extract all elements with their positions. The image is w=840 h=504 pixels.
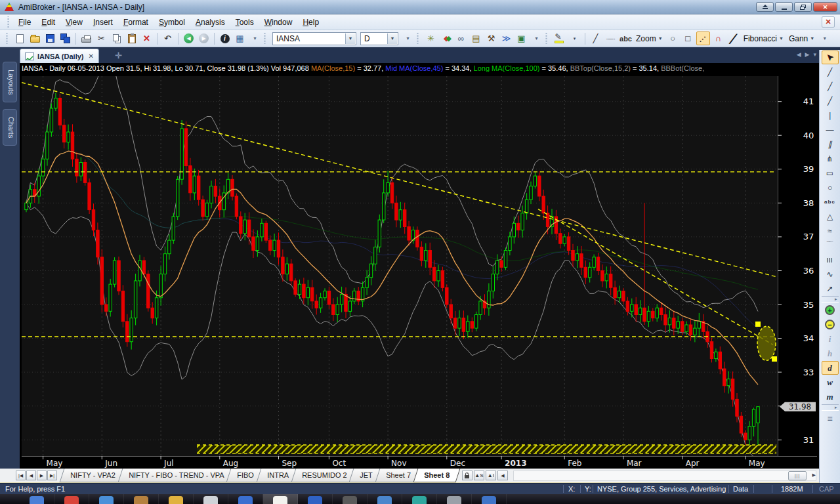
taskbar-app-3[interactable] (124, 494, 159, 504)
sidebar-tab-layouts[interactable]: Layouts (3, 62, 17, 102)
chart-canvas[interactable]: 414039383736353433323131.98MayJunJulAugS… (20, 63, 817, 469)
report-icon[interactable]: ▤ (469, 32, 483, 45)
taskbar-app-0[interactable] (20, 494, 54, 504)
pitchfork-tool[interactable]: ⋔ (822, 152, 839, 165)
extended-line-tool[interactable]: ╱ (822, 94, 839, 108)
zigzag-tool[interactable]: ∿ (822, 267, 839, 281)
taskbar-app-2[interactable] (89, 494, 124, 504)
lock-icon[interactable] (462, 471, 472, 480)
print-icon[interactable] (79, 32, 93, 45)
wizard-icon[interactable]: ✳ (424, 32, 438, 45)
title-bar[interactable]: AmiBroker - [IANSA - IANSA - Daily] ✕ (0, 0, 840, 14)
panel-menu-button[interactable]: ≡ (822, 411, 839, 425)
menu-insert[interactable]: Insert (88, 16, 118, 29)
menu-file[interactable]: File (13, 16, 36, 29)
delete-icon[interactable]: ✕ (140, 32, 154, 45)
panel-expander[interactable]: ▸ (822, 296, 839, 303)
text-tool[interactable]: abc (822, 195, 839, 209)
new-icon[interactable] (13, 32, 27, 45)
save-icon[interactable] (43, 32, 57, 45)
zoom-in-button[interactable]: + (822, 303, 839, 317)
menu-format[interactable]: Format (118, 16, 154, 29)
interval-weekly-button[interactable]: w (822, 375, 839, 389)
analysis-icon[interactable]: ≫ (499, 32, 513, 45)
rectangle-tool-icon[interactable]: □ (681, 32, 695, 45)
interval-combo[interactable]: D ▼ (360, 32, 398, 45)
toolbar-overflow-icon[interactable]: ▾ (401, 32, 415, 45)
tab-menu-icon[interactable]: ▾ (813, 51, 816, 58)
quote-editor-icon[interactable]: ▦ (233, 32, 247, 45)
ellipse-tool[interactable]: ○ (822, 180, 839, 194)
sheet-tab-resumido-2[interactable]: RESUMIDO 2 (291, 469, 357, 482)
taskbar-app-10[interactable] (368, 494, 402, 504)
taskbar-app-1[interactable] (54, 494, 89, 504)
ellipse-tool-icon[interactable]: ○ (666, 32, 680, 45)
afl-editor-icon[interactable]: ⚒ (484, 32, 498, 45)
color-studies-icon[interactable]: ◆◆ (439, 32, 453, 45)
taskbar-app-7[interactable] (263, 494, 298, 504)
magnet-icon[interactable]: ∩ (711, 32, 725, 45)
taskbar-app-13[interactable] (472, 494, 507, 504)
minimize-button[interactable] (775, 2, 793, 12)
tab-scroll-right-icon[interactable]: ▶ (805, 51, 810, 58)
trendline-tool[interactable]: ╱ (822, 65, 839, 79)
menu-symbol[interactable]: Symbol (154, 16, 190, 29)
curve-tool[interactable]: ≈ (822, 224, 839, 238)
menu-analysis[interactable]: Analysis (190, 16, 230, 29)
interval-hourly-button[interactable]: h (822, 346, 839, 360)
save-all-icon[interactable] (58, 32, 72, 45)
horizontal-line-icon[interactable]: ∙—∙ (604, 32, 618, 45)
forward-icon[interactable]: ▶ (197, 32, 211, 45)
sheet-nav-prev[interactable]: ◀ (26, 471, 36, 480)
pointer-tool[interactable]: ➤ (822, 51, 839, 64)
toolbar-overflow-icon[interactable]: ▾ (248, 32, 262, 45)
sheet-tab-sheet-8[interactable]: Sheet 8 (413, 469, 460, 482)
chevron-down-icon[interactable]: ▼ (387, 33, 397, 44)
taskbar-app-5[interactable] (194, 494, 228, 504)
interval-intraday-button[interactable]: i (822, 332, 839, 346)
back-icon[interactable]: ◀ (182, 32, 196, 45)
document-close-button[interactable]: ✕ (822, 16, 835, 28)
zoom-out-button[interactable]: − (822, 318, 839, 331)
toolbar-grip[interactable] (7, 16, 10, 27)
interval-monthly-button[interactable]: m (822, 390, 839, 404)
menu-help[interactable]: Help (297, 16, 324, 29)
symbol-link-button[interactable]: ▲S (474, 471, 484, 480)
symbol-combo[interactable]: IANSA ▼ (272, 32, 356, 45)
paste-icon[interactable] (125, 32, 138, 45)
taskbar-app-4[interactable] (159, 494, 194, 504)
sheet-scroll-left-icon[interactable]: ◀ (497, 471, 508, 480)
tab-scroll-left-icon[interactable]: ◀ (797, 51, 801, 58)
new-chart-icon[interactable]: ▣ (514, 32, 528, 45)
parallel-lines-tool[interactable]: ∥ (822, 137, 839, 151)
vertical-line-tool[interactable]: ∣ (822, 108, 839, 122)
text-tool-icon[interactable]: abc (619, 32, 633, 45)
cut-icon[interactable]: ✂ (94, 32, 108, 45)
sheet-tab-nifty-vpa2[interactable]: NIFTY - VPA2 (60, 469, 126, 482)
menu-view[interactable]: View (60, 16, 88, 29)
menu-edit[interactable]: Edit (36, 16, 60, 29)
close-button[interactable]: ✕ (813, 2, 837, 12)
explore-icon[interactable]: ∞ (454, 32, 468, 45)
sheet-nav-next[interactable]: ▶ (37, 471, 47, 480)
triangle-tool[interactable]: △ (822, 209, 839, 223)
sheet-nav-first[interactable]: |◀ (16, 471, 26, 480)
dropdown-icon[interactable]: ▾ (568, 32, 581, 45)
open-icon[interactable] (28, 32, 42, 45)
toolbar-grip-4[interactable] (416, 33, 419, 45)
horizontal-segment-tool[interactable]: — (822, 123, 839, 136)
toolbar-grip-2[interactable] (5, 33, 9, 45)
toolbar-grip-5[interactable] (545, 33, 548, 45)
restore-button[interactable] (794, 2, 812, 12)
arc-tool[interactable]: ⌒ (822, 238, 839, 252)
chevron-down-icon[interactable]: ▼ (345, 33, 355, 44)
dotted-line-tool-icon[interactable]: ··· (696, 32, 710, 45)
arrow-tool[interactable]: ↗ (822, 282, 839, 295)
sheet-nav-last[interactable]: ▶| (47, 471, 57, 480)
menu-tools[interactable]: Tools (230, 16, 259, 29)
taskbar-app-9[interactable] (333, 494, 368, 504)
hscrollbar-thumb[interactable]: ||| (788, 471, 807, 480)
document-tab[interactable]: IANSA (Daily) ✕ (20, 49, 99, 63)
gann-menu[interactable]: Gann▼ (787, 34, 816, 43)
toolbar-overflow-icon[interactable]: ▾ (818, 32, 831, 45)
